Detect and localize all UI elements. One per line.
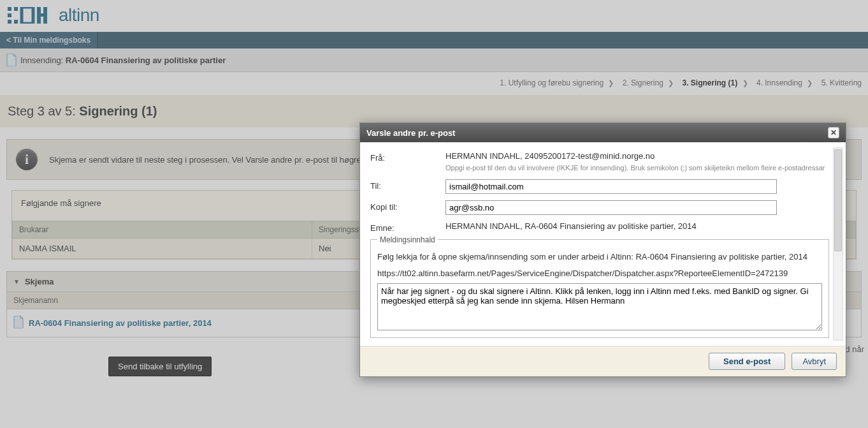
fieldset-legend: Meldingsinnhald bbox=[377, 235, 438, 244]
from-row: Frå: HERMANN INDAHL, 24095200172-test@mi… bbox=[370, 151, 829, 173]
to-input[interactable] bbox=[445, 179, 777, 194]
message-intro: Følg lekkja for å opne skjema/innsending… bbox=[377, 251, 822, 263]
subject-row: Emne: HERMANN INDAHL, RA-0604 Finansieri… bbox=[370, 221, 829, 233]
modal-footer: Send e-post Avbryt bbox=[360, 346, 846, 376]
from-label: Frå: bbox=[370, 151, 445, 163]
modal-title: Varsle andre pr. e-post bbox=[366, 128, 455, 138]
cc-input[interactable] bbox=[445, 200, 777, 215]
subject-label: Emne: bbox=[370, 221, 445, 233]
scrollbar-thumb[interactable] bbox=[834, 149, 842, 251]
from-value: HERMANN INDAHL, 24095200172-test@minid.n… bbox=[445, 151, 829, 161]
modal-header: Varsle andre pr. e-post ✕ bbox=[360, 123, 846, 142]
notify-modal: Varsle andre pr. e-post ✕ Frå: HERMANN I… bbox=[359, 122, 846, 377]
to-label: Til: bbox=[370, 179, 445, 191]
cc-label: Kopi til: bbox=[370, 200, 445, 212]
subject-value: HERMANN INDAHL, RA-0604 Finansiering av … bbox=[445, 221, 829, 231]
close-icon: ✕ bbox=[830, 128, 837, 137]
modal-scrollbar[interactable] bbox=[833, 147, 843, 341]
send-email-button[interactable]: Send e-post bbox=[709, 353, 785, 370]
message-fieldset: Meldingsinnhald Følg lekkja for å opne s… bbox=[370, 239, 829, 338]
to-row: Til: bbox=[370, 179, 829, 194]
cc-row: Kopi til: bbox=[370, 200, 829, 215]
modal-body: Frå: HERMANN INDAHL, 24095200172-test@mi… bbox=[360, 142, 846, 346]
cancel-button[interactable]: Avbryt bbox=[792, 353, 837, 370]
close-button[interactable]: ✕ bbox=[828, 127, 839, 138]
from-hint: Oppgi e-post til den du vil involvere (I… bbox=[445, 163, 829, 173]
message-textarea[interactable] bbox=[377, 283, 822, 330]
message-link: https://tt02.altinn.basefarm.net/Pages/S… bbox=[377, 269, 822, 278]
